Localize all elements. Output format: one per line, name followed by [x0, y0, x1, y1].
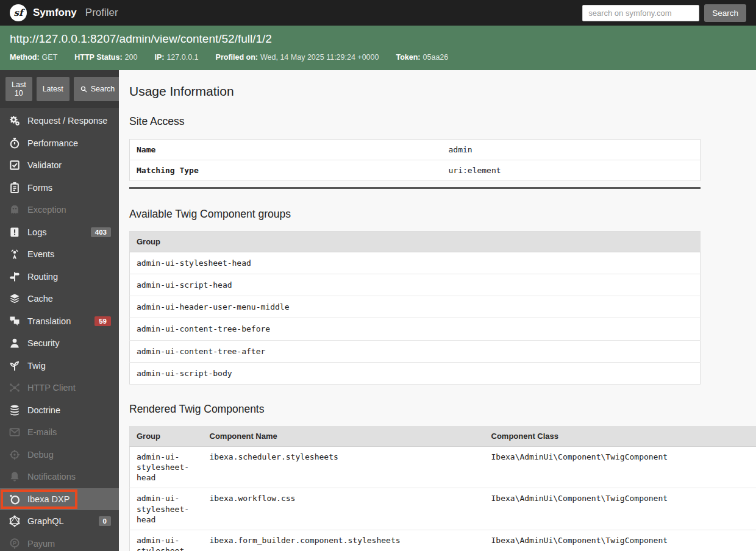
menu-badge: 0 [99, 516, 111, 526]
table-row: admin-ui-content-tree-before [130, 318, 701, 340]
button-label: Latest [43, 85, 63, 93]
meta-value: 127.0.0.1 [166, 53, 198, 62]
sidebar-item-notifications[interactable]: Notifications [0, 466, 119, 488]
table-row: Matching Type uri:element [130, 160, 701, 181]
menu-label: Ibexa DXP [27, 494, 70, 504]
menu-item-box: Forms [1, 178, 60, 197]
group-cell: admin-ui-stylesheet-head [130, 530, 203, 551]
sidebar-item-events[interactable]: Events [0, 243, 119, 266]
meta-value: 05aa26 [423, 53, 449, 62]
sidebar-button-latest[interactable]: Latest [37, 77, 70, 101]
meta-label: HTTP Status: [74, 53, 122, 62]
menu-item-box: Cache [1, 289, 61, 308]
component-class-cell: Ibexa\AdminUi\Component\TwigComponent [485, 488, 756, 530]
table-row: admin-ui-content-tree-after [130, 340, 701, 362]
group-cell: admin-ui-content-tree-after [130, 340, 701, 362]
menu-item-box: Security [1, 333, 67, 353]
sidebar-menu: Request / Response Performance Validator… [0, 108, 119, 551]
menu-label: Events [27, 249, 54, 259]
svg-text:P: P [13, 539, 17, 546]
meta-value: GET [42, 53, 58, 62]
column-header-component-name: Component Name [203, 426, 485, 447]
target-icon [9, 449, 21, 461]
menu-item-box: Performance [1, 133, 86, 153]
sidebar-header: Last 10 Latest Search [0, 70, 119, 108]
page-title: Usage Information [129, 84, 756, 99]
column-header-component-class: Component Class [485, 426, 756, 447]
symfony-search-button[interactable]: Search [704, 4, 746, 22]
group-cell: admin-ui-stylesheet-head [130, 252, 701, 274]
sidebar-item-logs[interactable]: Logs 403 [0, 221, 119, 244]
sidebar-item-validator[interactable]: Validator [0, 154, 119, 177]
group-cell: admin-ui-script-head [130, 274, 701, 296]
group-cell: admin-ui-stylesheet-head [130, 488, 203, 530]
menu-label: E-mails [27, 427, 57, 437]
sidebar-item-doctrine[interactable]: Doctrine [0, 399, 119, 422]
button-label: Search [91, 85, 115, 93]
sidebar-item-http-client[interactable]: HTTP Client [0, 377, 119, 399]
column-header-group: Group [130, 232, 701, 252]
profiled-url: http://127.0.0.1:8207/admin/view/content… [10, 32, 746, 46]
sidebar-item-cache[interactable]: Cache [0, 288, 119, 310]
menu-item-box: Logs [1, 222, 54, 242]
menu-badge: 403 [91, 227, 111, 237]
topbar-search: Search [582, 4, 746, 22]
sidebar-item-emails[interactable]: E-mails [0, 421, 119, 444]
envelope-icon [9, 426, 21, 438]
meta-pair: Profiled on:Wed, 14 May 2025 11:29:24 +0… [216, 53, 379, 62]
sidebar-item-request-response[interactable]: Request / Response [0, 110, 119, 132]
brand: sf Symfony Profiler [10, 4, 118, 21]
sidebar-item-payum[interactable]: PPayum [0, 533, 119, 551]
row-value: admin [442, 140, 701, 160]
menu-label: Logs [27, 227, 46, 237]
twig-groups-heading: Available Twig Component groups [129, 208, 756, 221]
log-book-icon [9, 226, 21, 238]
sidebar-item-security[interactable]: Security [0, 332, 119, 355]
ibexa-icon [9, 493, 21, 505]
meta-label: Profiled on: [216, 53, 258, 62]
symfony-logo-icon: sf [10, 4, 27, 21]
sidebar-item-translation[interactable]: Translation 59 [0, 310, 119, 333]
menu-item-box: Exception [1, 200, 74, 219]
group-cell: admin-ui-header-user-menu-middle [130, 296, 701, 318]
sidebar-button-last-10[interactable]: Last 10 [5, 77, 32, 101]
component-name-cell: ibexa.workflow.css [203, 488, 485, 530]
payum-icon: P [9, 538, 21, 550]
table-row: admin-ui-script-body [130, 362, 701, 384]
symfony-search-input[interactable] [582, 5, 699, 21]
table-row: admin-ui-stylesheet-head ibexa.form_buil… [130, 530, 756, 551]
table-row: admin-ui-header-user-menu-middle [130, 296, 701, 318]
checkbox-icon [9, 159, 21, 171]
sidebar-item-forms[interactable]: Forms [0, 177, 119, 199]
menu-label: Payum [27, 539, 55, 549]
menu-item-box: Request / Response [1, 111, 115, 130]
sidebar-item-twig[interactable]: Twig [0, 355, 119, 377]
sidebar-item-ibexa-dxp[interactable]: Ibexa DXP [0, 488, 119, 511]
sidebar-item-graphql[interactable]: GraphQL 0 [0, 510, 119, 533]
sidebar-item-performance[interactable]: Performance [0, 132, 119, 155]
meta-pair: HTTP Status:200 [74, 53, 137, 62]
sidebar-item-exception[interactable]: Exception [0, 199, 119, 221]
menu-item-box: Twig [1, 356, 54, 375]
menu-label: Exception [27, 205, 66, 215]
group-cell: admin-ui-content-tree-before [130, 318, 701, 340]
sidebar-button-search[interactable]: Search [74, 77, 119, 101]
stopwatch-icon [9, 137, 21, 149]
sidebar-item-debug[interactable]: Debug [0, 444, 119, 466]
sidebar-item-routing[interactable]: Routing [0, 266, 119, 288]
top-bar: sf Symfony Profiler Search [0, 0, 756, 26]
brand-name: Symfony [33, 7, 77, 19]
menu-label: Security [27, 338, 59, 348]
menu-item-box: Translation [1, 311, 79, 331]
main-panel: Usage Information Site Access Name admin… [119, 70, 756, 551]
menu-badge: 59 [94, 316, 111, 326]
row-label: Name [130, 140, 442, 160]
clipboard-icon [9, 182, 21, 194]
menu-label: GraphQL [27, 516, 64, 526]
table-header-row: Group Component Name Component Class [130, 426, 756, 447]
gears-icon [9, 115, 21, 127]
menu-label: HTTP Client [27, 383, 76, 393]
graphql-icon [9, 515, 21, 527]
brand-suffix: Profiler [85, 7, 118, 19]
menu-item-box: Routing [1, 267, 66, 286]
